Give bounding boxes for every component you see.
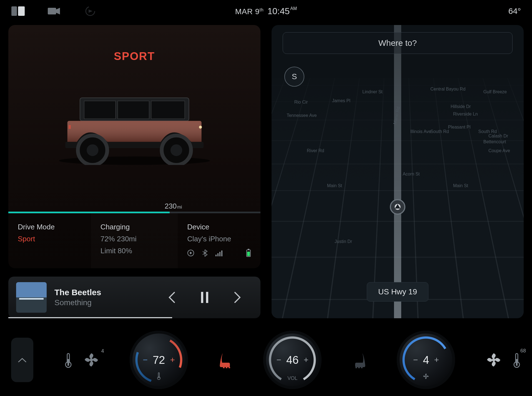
right-fan-icon[interactable] <box>486 352 501 368</box>
street-label: Calash Dr <box>488 134 508 139</box>
svg-rect-22 <box>217 253 219 256</box>
nav-search-input[interactable]: Where to? <box>283 32 513 54</box>
dashcam-icon[interactable] <box>47 6 61 17</box>
svg-point-16 <box>170 144 182 156</box>
street-label: Tennessee Ave <box>287 113 317 118</box>
climate-bar: 4 − 72 + − 46 + VOL − 4 + <box>0 324 532 396</box>
carplay-icon <box>187 249 194 257</box>
street-label: Justin Dr <box>335 239 352 244</box>
svg-point-14 <box>87 144 98 156</box>
right-fan-dial[interactable]: − 4 + <box>397 331 455 389</box>
svg-rect-32 <box>67 359 69 366</box>
fan-icon <box>397 373 455 381</box>
range-indicator: 230mi <box>8 194 260 213</box>
phone-battery-icon <box>246 249 251 257</box>
street-label: Riverside Ln <box>453 112 478 117</box>
street-label: Pleasant Pl <box>448 125 471 130</box>
svg-point-42 <box>425 376 427 377</box>
left-fan-level: 4 <box>101 348 104 354</box>
next-track-button[interactable] <box>234 291 242 304</box>
compass-button[interactable]: S <box>284 67 304 87</box>
thermometer-icon <box>130 372 188 381</box>
svg-point-34 <box>157 377 160 380</box>
svg-rect-1 <box>18 6 25 16</box>
media-bar[interactable]: The Beetles Something <box>8 277 260 318</box>
status-outdoor-temp: 64° <box>508 6 521 16</box>
svg-rect-26 <box>248 249 249 250</box>
svg-rect-23 <box>219 252 220 256</box>
svg-rect-24 <box>221 250 222 256</box>
prev-track-button[interactable] <box>168 291 175 304</box>
street-label: Gulf Breeze <box>483 89 507 94</box>
svg-rect-18 <box>69 125 71 129</box>
media-title: Something <box>54 298 101 307</box>
svg-rect-0 <box>11 6 17 16</box>
drawer-expand-button[interactable] <box>11 338 33 382</box>
vehicle-card[interactable]: SPORT <box>8 25 260 268</box>
drive-mode-tile[interactable]: Drive Mode Sport <box>8 213 91 268</box>
left-fan-icon[interactable]: 4 <box>84 352 99 368</box>
range-fill <box>8 212 170 213</box>
street-label: Main St <box>453 183 468 188</box>
street-label: Coupe Ave <box>488 148 510 153</box>
media-progress[interactable] <box>8 317 172 318</box>
street-label: River Rd <box>307 148 324 153</box>
right-temp-icon[interactable]: 68 <box>513 352 521 368</box>
current-road-pill[interactable]: US Hwy 19 <box>367 282 428 302</box>
volume-label: VOL <box>263 375 322 381</box>
street-label: Lindner St <box>362 89 383 94</box>
status-time: 10:45AM <box>267 6 297 16</box>
svg-marker-4 <box>89 9 92 13</box>
album-art <box>16 282 47 313</box>
street-label: James Pl <box>332 98 350 103</box>
signal-icon <box>215 250 223 256</box>
play-pause-button[interactable] <box>200 291 209 304</box>
left-temp-dial[interactable]: − 72 + <box>130 331 188 389</box>
svg-rect-29 <box>206 292 208 303</box>
svg-rect-7 <box>84 101 116 119</box>
left-seat-heater-icon[interactable] <box>219 352 233 368</box>
defrost-icon[interactable] <box>64 352 72 368</box>
svg-rect-9 <box>151 101 185 119</box>
street-label: Central Bayou Rd <box>430 87 465 92</box>
volume-dial[interactable]: − 46 + VOL <box>263 331 322 389</box>
svg-point-17 <box>199 126 202 129</box>
svg-marker-20 <box>190 252 192 254</box>
svg-rect-46 <box>516 359 518 366</box>
street-label: Acorn St <box>403 172 420 177</box>
svg-rect-8 <box>118 101 149 119</box>
street-label: Bettencourt <box>483 139 506 144</box>
map-card[interactable]: Where to? S Tennessee Ave Lindner St Jam… <box>272 25 524 318</box>
street-label: Main St <box>327 183 342 188</box>
street-label: Illinois Ave <box>410 129 431 134</box>
device-tile[interactable]: Device Clay's iPhone <box>178 213 260 268</box>
autopilot-icon[interactable] <box>83 6 97 17</box>
street-label: Hillside Dr <box>451 104 471 109</box>
charging-tile[interactable]: Charging 72% 230mi Limit 80% <box>91 213 178 268</box>
street-label: Rio Cir <box>294 100 308 105</box>
layout-icon[interactable] <box>11 6 25 17</box>
street-label: South Rd <box>430 129 449 134</box>
svg-rect-27 <box>247 252 250 256</box>
svg-rect-21 <box>215 255 217 256</box>
svg-rect-2 <box>48 8 56 14</box>
status-date: MAR 9th <box>235 7 264 16</box>
right-temp-readout: 68 <box>520 348 526 354</box>
right-seat-heater-icon[interactable] <box>352 352 366 368</box>
media-artist: The Beetles <box>54 288 101 297</box>
svg-rect-28 <box>201 292 203 303</box>
vehicle-position-marker <box>390 199 405 215</box>
bluetooth-icon <box>202 249 208 257</box>
vehicle-image <box>8 33 260 194</box>
status-bar: MAR 9th 10:45AM 64° <box>0 0 532 22</box>
